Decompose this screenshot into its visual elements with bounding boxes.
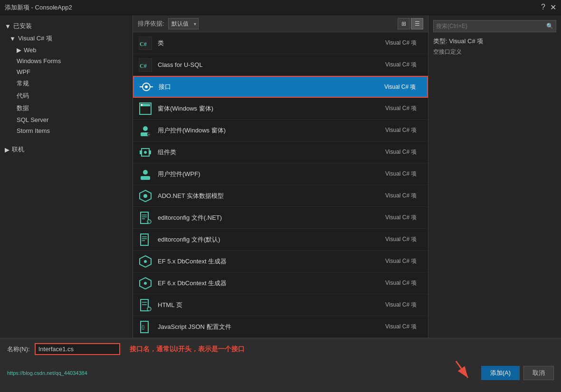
svg-point-13	[141, 104, 143, 106]
class-usql-icon: C#	[138, 57, 153, 73]
usercontrol-winforms-icon: +	[138, 123, 153, 138]
svg-rect-32	[141, 234, 148, 245]
class-icon: C#	[138, 36, 153, 51]
arrow-annotation	[437, 359, 475, 387]
middle-panel: 排序依据: 默认值 ⊞ ☰	[133, 15, 428, 338]
editorconfig-net-icon: •	[138, 210, 153, 225]
tree-item-visual-csharp[interactable]: ▼ Visual C# 项	[0, 32, 133, 45]
component-icon	[138, 145, 153, 160]
online-label: 联机	[12, 145, 24, 154]
svg-point-25	[143, 194, 147, 198]
add-button[interactable]: 添加(A)	[481, 366, 520, 380]
installed-arrow: ▼	[5, 23, 11, 30]
html-page-icon	[138, 298, 153, 313]
tree-item-general[interactable]: 常规	[0, 77, 133, 90]
online-arrow: ▶	[5, 146, 10, 153]
dialog: ▼ 已安装 ▼ Visual C# 项 ▶ Web Windows Forms …	[0, 15, 561, 392]
svg-point-39	[144, 282, 147, 285]
desc-info: 空接口定义	[433, 48, 556, 56]
tree-item-windows-forms[interactable]: Windows Forms	[0, 56, 133, 66]
window-controls: ? ✕	[541, 3, 556, 12]
item-component[interactable]: 组件类 Visual C# 项	[133, 141, 428, 163]
sort-label: 排序依据:	[138, 19, 164, 28]
search-input[interactable]	[436, 23, 546, 29]
grid-view-button[interactable]: ⊞	[398, 18, 410, 29]
name-row: 名称(N): 接口名，通常以I开头，表示是一个接口	[7, 343, 554, 355]
item-form[interactable]: 窗体(Windows 窗体) Visual C# 项	[133, 98, 428, 120]
item-class-usql[interactable]: C# Class for U-SQL Visual C# 项	[133, 54, 428, 76]
cancel-button[interactable]: 取消	[523, 366, 554, 380]
svg-rect-23	[141, 176, 150, 180]
left-panel: ▼ 已安装 ▼ Visual C# 项 ▶ Web Windows Forms …	[0, 15, 133, 338]
svg-point-43	[147, 307, 151, 311]
form-icon	[138, 101, 153, 116]
toolbar: 排序依据: 默认值 ⊞ ☰	[133, 15, 428, 32]
tree-item-web[interactable]: ▶ Web	[0, 45, 133, 56]
tree-item-data[interactable]: 数据	[0, 102, 133, 114]
ef5-dbcontext-icon	[138, 254, 153, 269]
name-hint: 接口名，通常以I开头，表示是一个接口	[130, 345, 245, 354]
search-box[interactable]: 🔍	[433, 20, 556, 32]
tree-item-storm-items[interactable]: Storm Items	[0, 125, 133, 136]
online-section[interactable]: ▶ 联机	[0, 143, 133, 156]
item-html-page[interactable]: HTML 页 Visual C# 项	[133, 294, 428, 316]
svg-text:+: +	[148, 132, 150, 137]
name-input-wrapper	[35, 343, 120, 355]
item-interface[interactable]: 接口 Visual C# 项	[133, 76, 428, 98]
ado-model-icon	[138, 188, 153, 204]
item-usercontrol-winforms[interactable]: + 用户控件(Windows 窗体) Visual C# 项	[133, 120, 428, 141]
usercontrol-wpf-icon	[138, 167, 153, 182]
svg-text:C#: C#	[140, 41, 147, 47]
tree-item-sql-server[interactable]: SQL Server	[0, 114, 133, 125]
sort-select[interactable]: 默认值	[168, 18, 199, 29]
svg-point-8	[145, 85, 148, 88]
view-icons: ⊞ ☰	[398, 18, 423, 29]
item-ado-model[interactable]: ADO.NET 实体数据模型 Visual C# 项	[133, 185, 428, 207]
svg-point-14	[143, 126, 148, 131]
items-scroll-area: C# 类 Visual C# 项 C#	[133, 32, 428, 338]
list-view-button[interactable]: ☰	[411, 18, 423, 29]
bottom-buttons: https://blog.csdn.net/qq_44034384 添加(A) …	[7, 359, 554, 387]
svg-line-47	[456, 361, 468, 378]
tree-item-wpf[interactable]: WPF	[0, 66, 133, 77]
tree-item-code[interactable]: 代码	[0, 90, 133, 102]
item-usercontrol-wpf[interactable]: 用户控件(WPF) Visual C# 项	[133, 163, 428, 185]
right-panel: 🔍 类型: Visual C# 项 空接口定义	[428, 15, 561, 338]
sort-select-wrapper[interactable]: 默认值	[168, 18, 199, 29]
item-editorconfig-default[interactable]: editorconfig 文件(默认) Visual C# 项	[133, 229, 428, 251]
item-editorconfig-net[interactable]: • editorconfig 文件(.NET) Visual C# 项	[133, 207, 428, 229]
dialog-title: 添加新项 - ConsoleApp2	[5, 3, 72, 12]
type-info: 类型: Visual C# 项	[433, 37, 556, 46]
items-list: C# 类 Visual C# 项 C#	[133, 32, 428, 338]
item-ef6-dbcontext[interactable]: EF 6.x DbContext 生成器 Visual C# 项	[133, 272, 428, 294]
svg-rect-20	[149, 150, 151, 154]
dialog-body: ▼ 已安装 ▼ Visual C# 项 ▶ Web Windows Forms …	[0, 15, 561, 338]
help-button[interactable]: ?	[541, 3, 545, 12]
svg-rect-19	[140, 150, 142, 154]
svg-point-37	[144, 260, 147, 263]
link-text: https://blog.csdn.net/qq_44034384	[7, 370, 87, 376]
interface-icon	[139, 79, 154, 94]
editorconfig-default-icon	[138, 232, 153, 247]
item-json-config[interactable]: {} JavaScript JSON 配置文件 Visual C# 项	[133, 316, 428, 338]
svg-point-21	[144, 151, 147, 154]
name-input[interactable]	[35, 343, 120, 355]
item-ef5-dbcontext[interactable]: EF 5.x DbContext 生成器 Visual C# 项	[133, 251, 428, 272]
installed-label: 已安装	[13, 22, 32, 30]
svg-point-22	[143, 170, 148, 175]
title-bar: 添加新项 - ConsoleApp2 ? ✕	[0, 0, 561, 15]
dialog-bottom: 名称(N): 接口名，通常以I开头，表示是一个接口 https://blog.c…	[0, 338, 561, 392]
svg-text:{}: {}	[142, 325, 145, 330]
item-class[interactable]: C# 类 Visual C# 项	[133, 32, 428, 54]
name-label: 名称(N):	[7, 345, 30, 354]
installed-section: ▼ 已安装	[0, 20, 133, 32]
ef6-dbcontext-icon	[138, 276, 153, 291]
search-icon: 🔍	[546, 23, 553, 29]
close-button[interactable]: ✕	[550, 3, 556, 12]
json-config-icon: {}	[138, 319, 153, 335]
svg-text:C#: C#	[140, 63, 147, 69]
